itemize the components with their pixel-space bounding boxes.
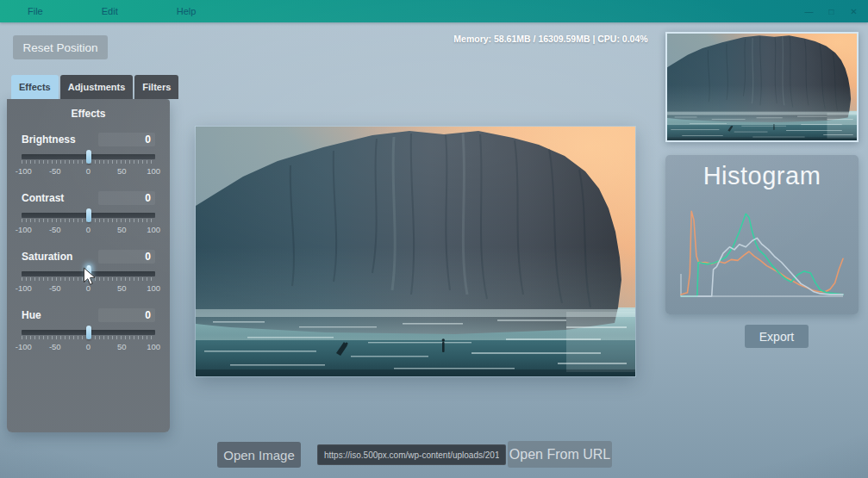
slider-label: Contrast <box>22 192 64 204</box>
tick-label: 50 <box>117 225 127 234</box>
slider-label: Brightness <box>22 133 76 146</box>
slider-label: Saturation <box>22 251 72 263</box>
open-from-url-button[interactable]: Open From URL <box>508 441 612 468</box>
slider-handle[interactable] <box>86 208 91 222</box>
slider-handle[interactable] <box>86 267 91 281</box>
thumbnail-photo <box>667 34 857 140</box>
menu-file[interactable]: File <box>28 6 43 16</box>
slider-row-saturation: Saturation0-100-50050100 <box>22 250 155 294</box>
slider-label: Hue <box>22 309 41 321</box>
url-input[interactable] <box>317 444 506 465</box>
sliders: Brightness0-100-50050100Contrast0-100-50… <box>7 121 170 352</box>
menu-help[interactable]: Help <box>177 6 197 16</box>
slider-value-box: 0 <box>98 250 155 264</box>
tick-label: 100 <box>147 283 160 293</box>
tick-label: -50 <box>49 342 61 351</box>
slider-tick-labels: -100-50050100 <box>22 166 155 177</box>
slider-handle[interactable] <box>86 326 91 339</box>
slider-row-contrast: Contrast0-100-50050100 <box>22 191 155 235</box>
minimize-icon[interactable]: — <box>803 7 815 16</box>
maximize-icon[interactable]: □ <box>826 7 837 16</box>
slider-value-box: 0 <box>98 308 155 322</box>
slider-value: 0 <box>145 309 151 321</box>
tick-label: -100 <box>16 342 32 351</box>
tick-label: -50 <box>49 225 61 234</box>
slider-track[interactable] <box>22 213 155 218</box>
tick-label: 100 <box>147 342 160 351</box>
tick-label: 100 <box>147 166 160 176</box>
memory-cpu-status: Memory: 58.61MB / 16309.59MB | CPU: 0.04… <box>422 34 680 44</box>
tick-label: 100 <box>147 225 160 234</box>
slider-row-hue: Hue0-100-50050100 <box>22 308 155 352</box>
tick-label: 50 <box>117 283 127 293</box>
tick-label: -50 <box>49 166 61 176</box>
menu-bar: File Edit Help — □ ✕ <box>0 0 868 22</box>
tick-label: 50 <box>117 166 127 176</box>
preview-thumbnail[interactable] <box>665 32 859 142</box>
slider-track[interactable] <box>22 330 155 335</box>
tab-effects[interactable]: Effects <box>11 75 59 99</box>
tick-label: -100 <box>16 225 32 234</box>
slider-tick-labels: -100-50050100 <box>22 283 155 294</box>
slider-tick-labels: -100-50050100 <box>22 225 155 235</box>
tick-label: 0 <box>86 342 91 351</box>
export-button[interactable]: Export <box>745 325 809 348</box>
tick-label: -50 <box>49 283 61 293</box>
reset-position-button[interactable]: Reset Position <box>13 35 108 59</box>
panel-tabs: Effects Adjustments Filters <box>11 75 178 99</box>
slider-track[interactable] <box>22 271 155 276</box>
histogram-panel: Histogram <box>665 155 859 314</box>
tick-label: 50 <box>117 342 127 351</box>
panel-title: Effects <box>7 99 170 121</box>
tab-adjustments[interactable]: Adjustments <box>60 75 134 99</box>
slider-value-box: 0 <box>98 133 155 146</box>
tab-filters[interactable]: Filters <box>134 75 178 99</box>
slider-value-box: 0 <box>98 191 155 205</box>
histogram-title: Histogram <box>665 162 859 195</box>
tick-label: -100 <box>16 283 32 293</box>
window-controls: — □ ✕ <box>803 0 859 22</box>
slider-tick-labels: -100-50050100 <box>22 342 155 352</box>
histogram-chart <box>678 200 846 301</box>
close-icon[interactable]: ✕ <box>848 7 859 16</box>
tick-label: 0 <box>86 283 91 293</box>
image-canvas[interactable] <box>196 127 635 376</box>
slider-handle[interactable] <box>86 150 91 164</box>
slider-row-brightness: Brightness0-100-50050100 <box>22 133 155 177</box>
menu-edit[interactable]: Edit <box>102 6 118 16</box>
effects-panel: Effects Brightness0-100-50050100Contrast… <box>7 99 170 432</box>
tick-label: 0 <box>86 225 91 234</box>
slider-value: 0 <box>145 251 151 263</box>
slider-track[interactable] <box>22 154 155 159</box>
tick-label: -100 <box>16 166 32 176</box>
tick-label: 0 <box>86 166 91 176</box>
slider-value: 0 <box>145 133 151 146</box>
slider-value: 0 <box>145 192 151 204</box>
open-image-button[interactable]: Open Image <box>217 442 301 468</box>
canvas-photo <box>196 127 635 376</box>
